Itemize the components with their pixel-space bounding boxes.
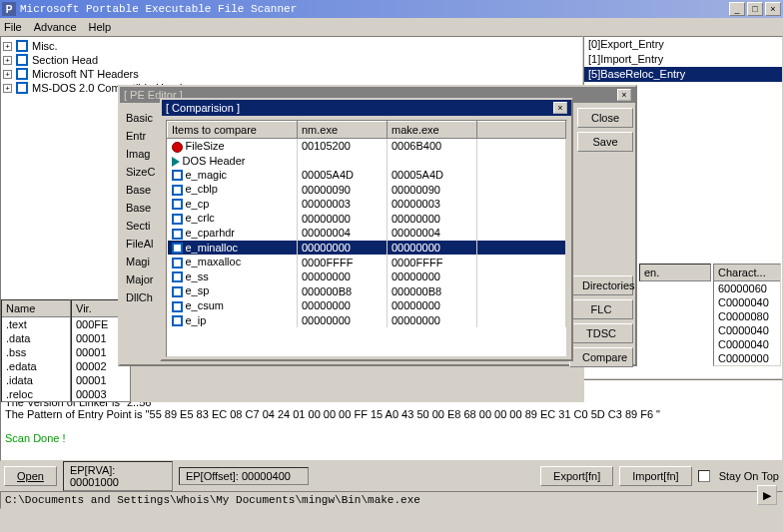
section-name[interactable]: .idata xyxy=(2,373,70,387)
comparision-titlebar[interactable]: [ Comparision ] × xyxy=(162,100,571,116)
minimize-button[interactable]: _ xyxy=(729,2,745,16)
pe-side-buttons: Close Save xyxy=(577,108,633,152)
cmp-row[interactable]: e_ip0000000000000000 xyxy=(168,313,566,328)
cmp-val2: 00000000 xyxy=(388,241,477,256)
app-title: Microsoft Portable Executable File Scann… xyxy=(20,3,729,15)
compare-button[interactable]: Compare xyxy=(569,347,633,367)
entry-item[interactable]: [1]Import_Entry xyxy=(584,52,782,67)
export-button[interactable]: Export[fn] xyxy=(540,466,613,486)
flc-button[interactable]: FLC xyxy=(569,299,633,319)
cmp-val1: 0000FFFF xyxy=(298,255,388,269)
expand-icon[interactable]: + xyxy=(3,56,12,65)
node-icon xyxy=(16,40,28,52)
expand-icon[interactable]: + xyxy=(3,84,12,93)
cmp-header-items[interactable]: Items to compare xyxy=(168,122,298,139)
cmp-item: e_crlc xyxy=(168,211,298,226)
entry-item[interactable]: [0]Export_Entry xyxy=(584,37,782,52)
close-button[interactable]: × xyxy=(765,2,781,16)
section-vir: 00001 xyxy=(72,373,130,387)
cmp-header-col2[interactable]: make.exe xyxy=(388,122,477,139)
expand-icon[interactable]: + xyxy=(3,42,12,51)
import-button[interactable]: Import[fn] xyxy=(619,466,691,486)
cmp-item: e_ss xyxy=(168,269,298,284)
charact-value: C0000000 xyxy=(714,351,780,365)
cmp-header-blank[interactable] xyxy=(477,122,566,139)
cmp-val1: 00105200 xyxy=(298,139,388,154)
section-vir: 00003 xyxy=(72,387,130,401)
cmp-val1: 00000000 xyxy=(298,241,388,256)
pe-editor-close-button[interactable]: × xyxy=(617,89,631,101)
tree-item[interactable]: +Misc. xyxy=(3,39,580,53)
charact-header[interactable]: Charact... xyxy=(714,265,780,281)
cmp-item: DOS Header xyxy=(168,154,298,168)
section-name[interactable]: .reloc xyxy=(2,387,70,401)
cmp-val2: 00000000 xyxy=(388,211,477,226)
cmp-val1: 00000090 xyxy=(298,182,388,197)
cmp-item: e_cparhdr xyxy=(168,226,298,241)
cmp-row[interactable]: e_ss0000000000000000 xyxy=(168,269,566,284)
menu-advance[interactable]: Advance xyxy=(34,21,77,33)
menubar: File Advance Help xyxy=(0,18,783,36)
cmp-val1: 00000000 xyxy=(298,313,388,328)
expand-icon[interactable]: + xyxy=(3,70,12,79)
directories-button[interactable]: Directories xyxy=(569,275,633,295)
cmp-row[interactable]: e_sp000000B8000000B8 xyxy=(168,283,566,298)
field-icon xyxy=(172,170,183,181)
field-icon xyxy=(172,229,183,240)
cmp-val1: 00000000 xyxy=(298,211,388,226)
cmp-row[interactable]: e_crlc0000000000000000 xyxy=(168,211,566,226)
cmp-item: e_sp xyxy=(168,283,298,298)
tdsc-button[interactable]: TDSC xyxy=(569,323,633,343)
menu-file[interactable]: File xyxy=(4,21,22,33)
comparision-title: [ Comparision ] xyxy=(166,102,240,114)
tree-label: Misc. xyxy=(32,40,58,52)
save-button[interactable]: Save xyxy=(577,132,633,152)
cmp-row[interactable]: DOS Header xyxy=(168,154,566,168)
cmp-item: e_magic xyxy=(168,168,298,183)
cmp-val1: 00000000 xyxy=(298,269,388,284)
cmp-val2: 0000FFFF xyxy=(388,255,477,269)
cmp-val2: 00000003 xyxy=(388,197,477,212)
cmp-row[interactable]: e_maxalloc0000FFFF0000FFFF xyxy=(168,255,566,269)
tree-item[interactable]: +Section Head xyxy=(3,53,580,67)
cmp-item: e_maxalloc xyxy=(168,255,298,269)
menu-help[interactable]: Help xyxy=(89,21,112,33)
sections-col-name[interactable]: Name xyxy=(2,300,70,317)
section-name[interactable]: .edata xyxy=(2,359,70,373)
cmp-val1: 00000003 xyxy=(298,197,388,212)
section-name[interactable]: .data xyxy=(2,331,70,345)
ep-rva-field: EP[RVA]: 00001000 xyxy=(63,461,173,491)
close-dialog-button[interactable]: Close xyxy=(577,108,633,128)
section-name[interactable]: .bss xyxy=(2,345,70,359)
cmp-row[interactable]: FileSize001052000006B400 xyxy=(168,139,566,154)
comparision-grid[interactable]: Items to compare nm.exe make.exe FileSiz… xyxy=(166,120,567,357)
cmp-val1 xyxy=(298,154,388,168)
node-icon xyxy=(16,68,28,80)
open-button[interactable]: Open xyxy=(4,466,57,486)
cmp-header-col1[interactable]: nm.exe xyxy=(298,122,388,139)
cmp-row[interactable]: e_csum0000000000000000 xyxy=(168,298,566,313)
cmp-item: e_cblp xyxy=(168,182,298,197)
node-icon xyxy=(16,54,28,66)
pe-side-buttons-2: Directories FLC TDSC Compare xyxy=(569,275,633,367)
stay-on-top-checkbox[interactable] xyxy=(698,470,710,482)
cmp-row[interactable]: e_cp0000000300000003 xyxy=(168,197,566,212)
cmp-val2: 00000000 xyxy=(388,298,477,313)
cmp-row[interactable]: e_cparhdr0000000400000004 xyxy=(168,226,566,241)
maximize-button[interactable]: □ xyxy=(747,2,763,16)
col-header-en[interactable]: en. xyxy=(639,264,711,281)
tree-label: Microsoft NT Headers xyxy=(32,68,139,80)
cmp-row[interactable]: e_minalloc0000000000000000 xyxy=(168,241,566,256)
comparision-close-button[interactable]: × xyxy=(553,102,567,114)
cmp-val2: 0006B400 xyxy=(388,139,477,154)
scroll-right-button[interactable]: ▶ xyxy=(757,485,777,505)
section-name[interactable]: .text xyxy=(2,317,70,331)
charact-value: 60000060 xyxy=(714,281,780,295)
field-icon xyxy=(172,185,183,196)
cmp-row[interactable]: e_magic00005A4D00005A4D xyxy=(168,168,566,183)
tree-item[interactable]: +Microsoft NT Headers xyxy=(3,67,580,81)
entry-item[interactable]: [5]BaseReloc_Entry xyxy=(584,67,782,82)
cmp-row[interactable]: e_cblp0000009000000090 xyxy=(168,182,566,197)
bottom-toolbar: Open EP[RVA]: 00001000 EP[Offset]: 00000… xyxy=(0,461,783,491)
app-icon: P xyxy=(2,2,16,16)
